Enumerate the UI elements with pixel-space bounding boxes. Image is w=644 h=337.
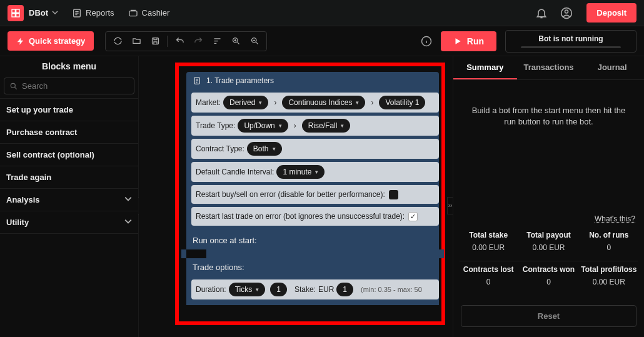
candle-pill[interactable]: 1 minute▾: [276, 165, 325, 179]
sidebar: Blocks menu Set up your trade Purchase c…: [0, 56, 139, 337]
stat-contracts-lost: Contracts lost 0: [458, 265, 518, 286]
market-volatility-pill[interactable]: Volatility 1: [379, 96, 425, 109]
search-icon: [9, 82, 18, 91]
restart-buy-label: Restart buy/sell on error (disable for b…: [196, 190, 385, 199]
block-title: 1. Trade parameters: [186, 72, 439, 89]
duration-unit-pill[interactable]: Ticks▾: [229, 283, 266, 296]
stats-row-2: Contracts lost 0 Contracts won 0 Total p…: [453, 261, 644, 295]
app-header: DBot Reports Cashier Deposit: [0, 0, 644, 26]
save-icon[interactable]: [146, 32, 164, 51]
market-derived-pill[interactable]: Derived▾: [223, 96, 268, 109]
restart-buy-row: Restart buy/sell on error (disable for b…: [191, 185, 439, 204]
chevron-down-icon: [124, 195, 132, 204]
run-once-label: Run once at start:: [186, 231, 439, 249]
refresh-icon[interactable]: [108, 32, 127, 51]
stat-value: 0.00 EUR: [579, 278, 639, 286]
undo-icon[interactable]: [170, 32, 189, 51]
stat-total-payout: Total payout 0.00 EUR: [518, 231, 578, 252]
block-notch: [181, 249, 444, 258]
reports-label: Reports: [86, 8, 114, 18]
breadcrumb-separator: ›: [274, 98, 276, 107]
svg-rect-1: [16, 9, 19, 13]
cashier-link[interactable]: Cashier: [128, 8, 170, 18]
trade-parameters-block[interactable]: 1. Trade parameters Market: Derived▾ › C…: [186, 72, 439, 305]
quick-strategy-button[interactable]: Quick strategy: [8, 31, 94, 51]
restart-last-row: Restart last trade on error (bot ignores…: [191, 207, 439, 226]
stake-value-pill[interactable]: 1: [336, 283, 353, 296]
canvas-expand-handle[interactable]: ››: [447, 197, 453, 214]
tradetype-risefall-pill[interactable]: Rise/Fall▾: [302, 119, 351, 133]
tradetype-updown-pill[interactable]: Up/Down▾: [238, 119, 288, 133]
main: Blocks menu Set up your trade Purchase c…: [0, 56, 644, 337]
search-box[interactable]: [4, 78, 134, 94]
sort-icon[interactable]: [208, 32, 226, 51]
sidebar-item-trade-again[interactable]: Trade again: [0, 166, 138, 189]
sidebar-item-setup-trade[interactable]: Set up your trade: [0, 98, 138, 121]
tab-summary[interactable]: Summary: [453, 56, 517, 79]
sidebar-item-utility[interactable]: Utility: [0, 211, 138, 234]
stake-label: Stake:: [294, 285, 316, 294]
folder-icon[interactable]: [127, 32, 146, 51]
stat-contracts-won: Contracts won 0: [518, 265, 578, 286]
restart-buy-checkbox[interactable]: [389, 190, 398, 199]
chevron-down-icon: ▾: [259, 99, 262, 106]
stat-label: Total stake: [458, 231, 518, 239]
zoom-in-icon[interactable]: [226, 32, 245, 51]
contracttype-pill[interactable]: Both▾: [247, 142, 282, 156]
trade-options-label: Trade options:: [186, 258, 439, 276]
run-button[interactable]: Run: [441, 31, 496, 51]
sidebar-item-sell[interactable]: Sell contract (optional): [0, 144, 138, 166]
info-icon[interactable]: [421, 36, 432, 47]
stat-runs: No. of runs 0: [579, 231, 639, 252]
tradetype-label: Trade Type:: [196, 121, 235, 130]
breadcrumb-separator: ›: [371, 98, 373, 107]
zoom-out-icon[interactable]: [245, 32, 264, 51]
svg-point-7: [565, 10, 568, 13]
market-row: Market: Derived▾ › Continuous Indices▾ ›…: [191, 93, 439, 113]
whats-this-link[interactable]: What's this?: [453, 214, 644, 227]
svg-point-12: [11, 83, 15, 88]
market-indices-pill[interactable]: Continuous Indices▾: [282, 96, 365, 109]
bell-icon[interactable]: [535, 7, 548, 19]
market-label: Market:: [196, 98, 221, 107]
chevron-down-icon: [124, 218, 132, 227]
right-panel: Summary Transactions Journal Build a bot…: [453, 56, 644, 337]
breadcrumb-separator: ›: [294, 121, 296, 130]
run-label: Run: [467, 36, 484, 46]
reset-button[interactable]: Reset: [461, 305, 636, 327]
candle-row: Default Candle Interval: 1 minute▾: [191, 162, 439, 182]
document-icon: [193, 76, 201, 85]
bot-status-bar: [521, 46, 621, 48]
app-name[interactable]: DBot: [29, 8, 48, 18]
tab-transactions[interactable]: Transactions: [517, 56, 581, 79]
canvas[interactable]: 1. Trade parameters Market: Derived▾ › C…: [139, 56, 453, 337]
sidebar-item-analysis[interactable]: Analysis: [0, 189, 138, 211]
duration-value-pill[interactable]: 1: [270, 283, 287, 296]
sidebar-item-label: Set up your trade: [6, 105, 73, 114]
block-title-text: 1. Trade parameters: [206, 76, 274, 85]
contracttype-label: Contract Type:: [196, 144, 244, 153]
deposit-button[interactable]: Deposit: [586, 3, 636, 23]
chevron-down-icon[interactable]: [52, 8, 58, 18]
search-input[interactable]: [22, 81, 129, 91]
reports-link[interactable]: Reports: [72, 8, 114, 18]
stat-total-stake: Total stake 0.00 EUR: [458, 231, 518, 252]
svg-rect-5: [129, 11, 137, 16]
stat-value: 0: [458, 278, 518, 286]
user-icon[interactable]: [560, 7, 573, 19]
quick-strategy-label: Quick strategy: [29, 36, 85, 46]
svg-rect-3: [16, 13, 19, 16]
svg-rect-8: [152, 38, 158, 44]
cashier-label: Cashier: [142, 8, 170, 18]
stat-value: 0: [579, 243, 639, 252]
stake-currency: EUR: [318, 285, 334, 294]
chevron-down-icon: ▾: [256, 286, 259, 293]
sidebar-item-purchase[interactable]: Purchase contract: [0, 121, 138, 144]
sidebar-item-label: Sell contract (optional): [6, 150, 94, 159]
redo-icon[interactable]: [189, 32, 208, 51]
duration-label: Duration:: [196, 285, 226, 294]
tab-journal[interactable]: Journal: [580, 56, 644, 79]
restart-last-checkbox[interactable]: ✓: [408, 212, 418, 221]
stat-label: Contracts won: [518, 265, 578, 274]
summary-message: Build a bot from the start menu then hit…: [453, 80, 644, 153]
